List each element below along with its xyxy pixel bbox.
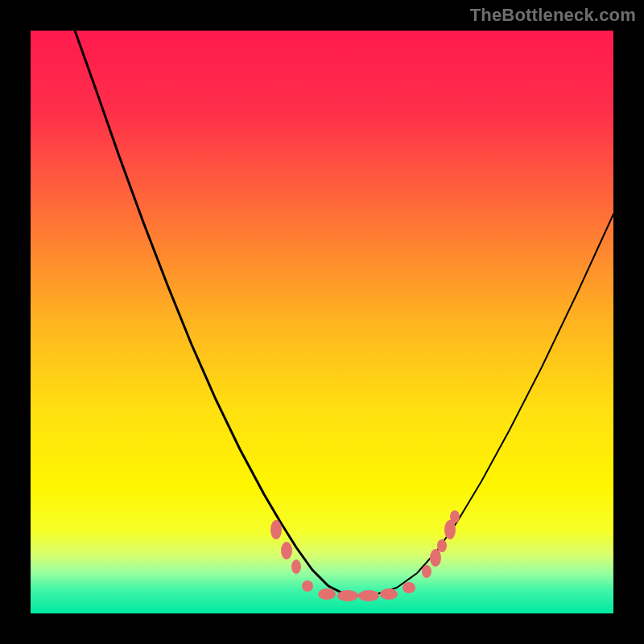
marker-dot — [291, 559, 301, 574]
plot-area — [31, 31, 613, 613]
curve-right-arm — [357, 214, 613, 596]
marker-group — [270, 510, 460, 601]
watermark-text: TheBottleneck.com — [470, 5, 636, 26]
marker-dot — [380, 588, 398, 600]
chart-frame: TheBottleneck.com — [0, 0, 644, 644]
marker-dot — [437, 539, 447, 552]
marker-dot — [281, 542, 292, 559]
marker-dot — [318, 588, 336, 600]
marker-dot — [450, 510, 460, 523]
marker-dot — [270, 520, 282, 539]
marker-dot — [337, 590, 358, 601]
marker-dot — [430, 549, 441, 567]
curve-left-arm — [75, 31, 357, 596]
marker-dot — [422, 565, 431, 578]
v-curve — [31, 31, 613, 613]
marker-dot — [402, 582, 415, 593]
marker-dot — [302, 580, 313, 592]
marker-dot — [358, 590, 379, 601]
